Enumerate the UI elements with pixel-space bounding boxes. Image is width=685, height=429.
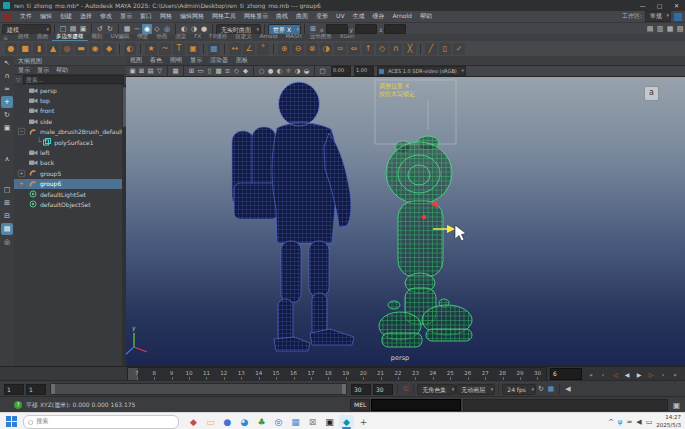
- step-forward-frame-icon[interactable]: ›: [657, 368, 669, 380]
- shelf-tab[interactable]: 渲染: [171, 33, 190, 41]
- select-camera-icon[interactable]: ▣: [128, 67, 137, 76]
- menu-item[interactable]: 显示: [116, 12, 136, 21]
- panel-menu-item[interactable]: 着色: [150, 56, 162, 65]
- outliner-item-back[interactable]: back: [14, 158, 126, 168]
- go-to-start-icon[interactable]: «: [585, 368, 597, 380]
- modeling-toolkit-icon[interactable]: ▦: [208, 43, 220, 55]
- manipulator-y-arrow[interactable]: [447, 225, 455, 233]
- workspace-selector[interactable]: 常规: [645, 11, 671, 22]
- boolean-union-icon[interactable]: ◑: [320, 43, 332, 55]
- frame-tick[interactable]: 8: [145, 368, 162, 380]
- shelf-tab[interactable]: FX: [190, 33, 205, 41]
- edge-icon[interactable]: ◕: [237, 415, 252, 428]
- outliner-search-input[interactable]: 搜索...: [23, 75, 124, 84]
- range-bar[interactable]: [50, 383, 347, 395]
- frame-tick[interactable]: 17: [302, 368, 319, 380]
- lock-camera-icon[interactable]: ⊠: [137, 67, 146, 76]
- animation-start-field[interactable]: 1: [4, 384, 24, 395]
- poly-cone-icon[interactable]: ▲: [47, 43, 59, 55]
- curve-tool-icon[interactable]: ~: [159, 43, 171, 55]
- separate-icon[interactable]: ⊖: [292, 43, 304, 55]
- image-plane-icon[interactable]: ▦: [171, 67, 180, 76]
- photos-icon[interactable]: ▣: [322, 415, 337, 428]
- viewport-canvas[interactable]: 调整位置 X 按住大写锁定 y: [126, 77, 685, 368]
- outliner-item-front[interactable]: front: [14, 106, 126, 116]
- play-backwards-icon[interactable]: ◀: [621, 368, 633, 380]
- command-language-toggle[interactable]: MEL: [350, 399, 370, 411]
- camera-attributes-icon[interactable]: ▤: [146, 67, 155, 76]
- outliner-item-persp[interactable]: persp: [14, 85, 126, 95]
- minimize-button[interactable]: —: [634, 0, 651, 11]
- outliner-menu-item[interactable]: 显示: [37, 66, 49, 75]
- menu-item[interactable]: 网格工具: [208, 12, 240, 21]
- panel-menu-item[interactable]: 面板: [236, 56, 248, 65]
- menu-item[interactable]: 创建: [56, 12, 76, 21]
- wireframe-mode-icon[interactable]: ○: [257, 67, 266, 76]
- frame-tick[interactable]: 18: [320, 368, 337, 380]
- field-chart-icon[interactable]: ≡: [223, 67, 232, 76]
- menu-item[interactable]: Arnold: [389, 12, 416, 21]
- bookmark-icon[interactable]: ▽: [155, 67, 164, 76]
- manipulator-center[interactable]: [422, 215, 426, 219]
- shaded-mode-icon[interactable]: ●: [266, 67, 275, 76]
- animation-end-field[interactable]: 30: [373, 384, 393, 395]
- menu-item[interactable]: 曲面: [292, 12, 312, 21]
- textured-mode-icon[interactable]: ◐: [275, 67, 284, 76]
- frame-tick[interactable]: 28: [494, 368, 511, 380]
- layout-four-pane-icon[interactable]: ⊞: [1, 197, 13, 209]
- layout-single-pane-icon[interactable]: □: [1, 184, 13, 196]
- grid-toggle-icon[interactable]: ⊞: [187, 67, 196, 76]
- use-all-lights-icon[interactable]: ☼: [284, 67, 293, 76]
- menu-item[interactable]: 帮助: [416, 12, 436, 21]
- platonic-solid-icon[interactable]: ◆: [103, 43, 115, 55]
- maya-home-icon[interactable]: [3, 13, 12, 21]
- smooth-icon[interactable]: ≈: [334, 43, 346, 55]
- quad-draw-icon[interactable]: ╱: [425, 43, 437, 55]
- microphone-icon[interactable]: ψ: [618, 418, 623, 426]
- frame-tick[interactable]: 21: [372, 368, 389, 380]
- shelf-tab[interactable]: 绑定: [133, 33, 152, 41]
- shelf-menu-icon[interactable]: ≡: [3, 34, 11, 41]
- measure-distance-icon[interactable]: ↔: [229, 43, 241, 55]
- sculpt-tool-icon[interactable]: ✓: [453, 43, 465, 55]
- green-app-icon[interactable]: ♣: [254, 415, 269, 428]
- mech-leg-wireframe-model[interactable]: [379, 136, 472, 347]
- calculator-icon[interactable]: ▦: [288, 415, 303, 428]
- menu-item[interactable]: 选择: [76, 12, 96, 21]
- lasso-tool-icon[interactable]: ∩: [1, 70, 13, 82]
- frame-tick[interactable]: 14: [250, 368, 267, 380]
- channel-box-toggle-icon[interactable]: ▦: [665, 24, 675, 34]
- file-explorer-icon[interactable]: ▭: [203, 415, 218, 428]
- panel-menu-item[interactable]: 视图: [130, 56, 142, 65]
- shelf-tab[interactable]: FX缓存: [205, 33, 231, 41]
- playback-end-field[interactable]: 30: [351, 384, 371, 395]
- outliner-item-top[interactable]: top: [14, 95, 126, 105]
- time-slider-track[interactable]: 7891011121314151617181920212223242526272…: [127, 367, 547, 381]
- annotation-corner-button[interactable]: a: [644, 86, 659, 101]
- isolate-select-icon[interactable]: ▢: [318, 67, 327, 76]
- move-tool-icon[interactable]: +: [1, 96, 13, 108]
- character-set-selector[interactable]: 无角色集: [417, 384, 456, 395]
- material-sphere-icon[interactable]: ◐: [124, 43, 136, 55]
- current-frame-field[interactable]: 6: [550, 368, 582, 380]
- modeling-toolkit-toggle-icon[interactable]: ▧: [675, 24, 685, 34]
- close-button[interactable]: ✕: [668, 0, 685, 11]
- frame-tick[interactable]: 29: [511, 368, 528, 380]
- expand-toggle-icon[interactable]: +: [18, 180, 25, 187]
- firefox-icon[interactable]: ●: [220, 415, 235, 428]
- frame-tick[interactable]: 16: [285, 368, 302, 380]
- panel-menu-item[interactable]: 显示: [190, 56, 202, 65]
- type-tool-icon[interactable]: T: [173, 43, 185, 55]
- maximize-button[interactable]: ▢: [651, 0, 668, 11]
- scale-tool-icon[interactable]: ▣: [1, 122, 13, 134]
- step-forward-key-icon[interactable]: ▷: [645, 368, 657, 380]
- frame-tick[interactable]: 9: [163, 368, 180, 380]
- shelf-tab[interactable]: 动画: [152, 33, 171, 41]
- taskbar-clock[interactable]: 14:27 2025/5/3: [656, 414, 681, 428]
- safe-title-icon[interactable]: ◆: [241, 67, 250, 76]
- joint-tool-icon[interactable]: ⋏: [1, 153, 13, 165]
- super-shape-icon[interactable]: ★: [145, 43, 157, 55]
- z-coord-input[interactable]: [384, 24, 406, 34]
- content-browser-icon[interactable]: ▣: [187, 43, 199, 55]
- range-handle-end[interactable]: [342, 384, 346, 394]
